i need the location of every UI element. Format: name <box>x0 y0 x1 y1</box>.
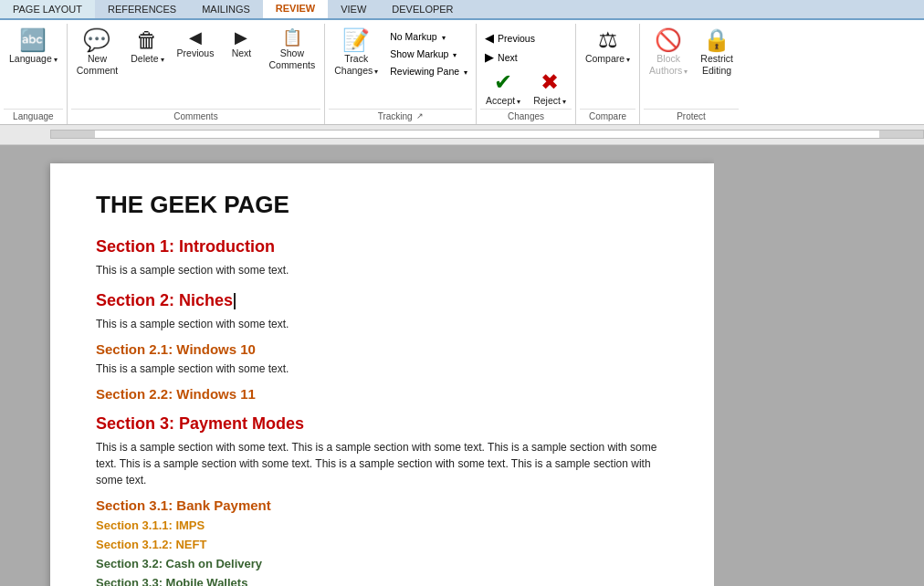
previous-comment-label: Previous <box>177 47 215 59</box>
next-change-button[interactable]: ▶ Next <box>480 48 540 66</box>
track-changes-label: TrackChanges▾ <box>334 53 378 76</box>
reject-button[interactable]: ✖ Reject▾ <box>528 68 572 109</box>
block-authors-label: BlockAuthors▾ <box>649 53 688 76</box>
tracking-group-label: Tracking ↗ <box>329 109 472 124</box>
delete-button[interactable]: 🗑 Delete▾ <box>125 26 169 67</box>
tab-developer[interactable]: DEVELOPER <box>379 0 466 18</box>
comments-group-label: Comments <box>71 109 321 124</box>
ribbon-group-comments: 💬 NewComment 🗑 Delete▾ ◀ Previous ▶ Next… <box>68 24 326 124</box>
next-comment-button[interactable]: ▶ Next <box>221 26 261 61</box>
next-comment-icon: ▶ <box>235 29 247 46</box>
language-label: Language▾ <box>9 53 58 65</box>
language-button[interactable]: 🔤 Language▾ <box>4 26 63 67</box>
new-comment-button[interactable]: 💬 NewComment <box>71 26 124 78</box>
next-comment-label: Next <box>232 47 252 59</box>
compare-group-label: Compare <box>580 109 635 124</box>
tab-page-layout[interactable]: PAGE LAYOUT <box>0 0 95 18</box>
show-comments-label: ShowComments <box>268 47 315 70</box>
compare-button[interactable]: ⚖ Compare▾ <box>580 26 635 67</box>
no-markup-label: No Markup ▾ <box>390 31 445 42</box>
left-margin <box>0 145 50 586</box>
show-markup-label: Show Markup ▾ <box>390 48 457 59</box>
restrict-editing-button[interactable]: 🔒 RestrictEditing <box>695 26 739 78</box>
delete-icon: 🗑 <box>136 29 158 51</box>
new-comment-icon: 💬 <box>83 29 110 51</box>
ribbon-group-compare: ⚖ Compare▾ Compare <box>576 24 640 124</box>
tab-review[interactable]: REVIEW <box>263 0 328 18</box>
previous-change-label: Previous <box>498 33 535 44</box>
delete-label: Delete▾ <box>131 53 163 65</box>
previous-comment-icon: ◀ <box>189 29 202 46</box>
language-icon: 🔤 <box>19 29 47 51</box>
ribbon-group-changes: ◀ Previous ▶ Next ✔ Accept▾ ✖ Reject▾ <box>477 24 576 124</box>
reject-label: Reject▾ <box>533 95 566 107</box>
next-change-icon: ▶ <box>485 50 494 64</box>
section-1-body: This is a sample section with some text. <box>96 262 668 278</box>
tab-references[interactable]: REFERENCES <box>95 0 189 18</box>
section-2-1-body: This is a sample section with some text. <box>96 361 668 377</box>
show-markup-button[interactable]: Show Markup ▾ <box>385 47 472 61</box>
section-2-heading: Section 2: Niches <box>96 291 668 310</box>
reviewing-pane-label: Reviewing Pane ▾ <box>390 66 467 77</box>
section-2-1-heading: Section 2.1: Windows 10 <box>96 341 668 357</box>
ribbon: 🔤 Language▾ Language 💬 NewComment 🗑 Dele… <box>0 20 924 125</box>
tracking-expand-icon[interactable]: ↗ <box>416 111 424 120</box>
show-comments-icon: 📋 <box>282 29 302 46</box>
previous-change-icon: ◀ <box>485 31 494 45</box>
section-3-heading: Section 3: Payment Modes <box>96 414 668 434</box>
track-changes-button[interactable]: 📝 TrackChanges▾ <box>329 26 383 109</box>
section-1-heading: Section 1: Introduction <box>96 237 668 256</box>
tab-view[interactable]: VIEW <box>328 0 379 18</box>
main-area: THE GEEK PAGE Section 1: Introduction Th… <box>0 145 924 586</box>
previous-change-button[interactable]: ◀ Previous <box>480 29 540 47</box>
section-3-2-heading: Section 3.2: Cash on Delivery <box>96 557 668 570</box>
section-3-body: This is a sample section with some text.… <box>96 439 668 488</box>
section-3-1-2-heading: Section 3.1.2: NEFT <box>96 538 668 551</box>
language-group-label: Language <box>4 109 63 124</box>
ribbon-group-language: 🔤 Language▾ Language <box>0 24 68 124</box>
previous-comment-button[interactable]: ◀ Previous <box>172 26 220 61</box>
section-3-1-1-heading: Section 3.1.1: IMPS <box>96 518 668 532</box>
next-change-label: Next <box>498 52 518 63</box>
restrict-editing-icon: 🔒 <box>703 29 730 51</box>
accept-button[interactable]: ✔ Accept▾ <box>480 68 526 109</box>
show-comments-button[interactable]: 📋 ShowComments <box>263 26 320 72</box>
section-2-body: This is a sample section with some text. <box>96 316 668 332</box>
section-3-1-heading: Section 3.1: Bank Payment <box>96 497 668 513</box>
track-changes-icon: 📝 <box>342 29 370 51</box>
tab-mailings[interactable]: MAILINGS <box>189 0 263 18</box>
protect-group-label: Protect <box>644 109 739 124</box>
accept-icon: ✔ <box>494 71 512 93</box>
section-3-3-heading: Section 3.3: Mobile Wallets <box>96 576 668 586</box>
block-authors-icon: 🚫 <box>655 29 682 51</box>
accept-label: Accept▾ <box>486 95 520 107</box>
changes-group-label: Changes <box>480 109 572 124</box>
tracking-options: No Markup ▾ Show Markup ▾ Reviewing Pane… <box>385 26 472 109</box>
no-markup-button[interactable]: No Markup ▾ <box>385 29 472 44</box>
compare-label: Compare▾ <box>585 53 630 65</box>
ribbon-group-protect: 🚫 BlockAuthors▾ 🔒 RestrictEditing Protec… <box>640 24 742 124</box>
block-authors-button[interactable]: 🚫 BlockAuthors▾ <box>644 26 693 78</box>
restrict-editing-label: RestrictEditing <box>700 53 733 76</box>
text-cursor <box>234 293 236 309</box>
section-2-2-heading: Section 2.2: Windows 11 <box>96 386 668 402</box>
new-comment-label: NewComment <box>77 53 119 76</box>
document-title: THE GEEK PAGE <box>96 191 668 219</box>
ribbon-group-tracking: 📝 TrackChanges▾ No Markup ▾ Show Markup … <box>325 24 477 124</box>
reviewing-pane-button[interactable]: Reviewing Pane ▾ <box>385 64 472 78</box>
tab-bar: PAGE LAYOUT REFERENCES MAILINGS REVIEW V… <box>0 0 924 20</box>
document-page: THE GEEK PAGE Section 1: Introduction Th… <box>50 163 714 586</box>
compare-icon: ⚖ <box>598 29 618 51</box>
reject-icon: ✖ <box>541 71 559 93</box>
right-margin <box>714 145 924 586</box>
